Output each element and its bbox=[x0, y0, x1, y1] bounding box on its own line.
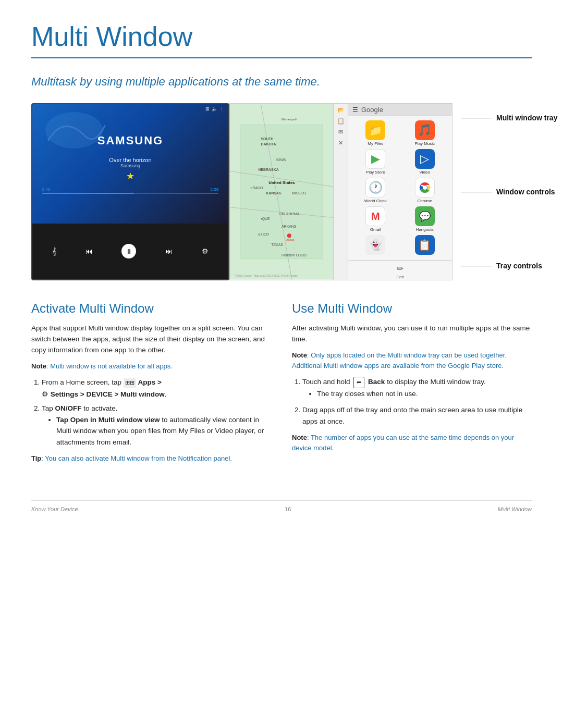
svg-text:rQUE: rQUE bbox=[261, 217, 270, 221]
footer-left: Know Your Device bbox=[31, 506, 78, 512]
tray-controls-label: Tray controls bbox=[496, 262, 542, 270]
activate-bullets: Tap Open in Multi window view to automat… bbox=[42, 414, 271, 448]
hangouts-icon: 💬 bbox=[415, 206, 435, 226]
use-title: Use Multi Window bbox=[292, 301, 532, 316]
tray-app-hangouts[interactable]: 💬 Hangouts bbox=[402, 206, 448, 232]
activate-step2: Tap ON/OFF to activate. Tap Open in Mult… bbox=[42, 403, 271, 448]
tray-bottom: ✏ Edit bbox=[348, 260, 452, 282]
svg-text:KANSAS: KANSAS bbox=[266, 191, 282, 195]
svg-text:DAKOTA: DAKOTA bbox=[261, 142, 276, 146]
back-bold: Back bbox=[368, 378, 385, 386]
tray-app-chrome[interactable]: Chrome bbox=[402, 178, 448, 203]
artist-name: Samsung bbox=[109, 163, 151, 168]
worldclock-label: World Clock bbox=[364, 199, 387, 203]
diagram-labels: Multi window tray Window controls Tray c… bbox=[452, 103, 557, 280]
use-step2: Drag apps off of the tray and onto the m… bbox=[302, 404, 532, 427]
hamburger-icon[interactable]: ☰ bbox=[352, 106, 358, 114]
use-step1-rest: to display the Multi window tray. bbox=[387, 378, 486, 386]
tray-icons-grid: 📁 My Files 🎵 Play Music ▶ Play Store ▷ V… bbox=[348, 116, 452, 260]
tray-app-video[interactable]: ▷ Video bbox=[402, 149, 448, 175]
tray-app-extra2[interactable]: 📋 bbox=[402, 235, 448, 256]
svg-text:Houston LOUIS: Houston LOUIS bbox=[282, 253, 307, 257]
share-icon[interactable]: ⚙ bbox=[202, 247, 209, 255]
worldclock-icon: 🕐 bbox=[365, 178, 385, 198]
apps-bold: Apps > bbox=[138, 378, 162, 386]
play-pause-button[interactable]: ⏸ bbox=[121, 244, 136, 258]
chrome-label: Chrome bbox=[418, 199, 432, 203]
next-button[interactable]: ⏭ bbox=[165, 247, 173, 255]
svg-text:NEBRASKA: NEBRASKA bbox=[258, 168, 278, 171]
use-para1: After activating Multi window, you can u… bbox=[292, 323, 532, 345]
tray-app-gmail[interactable]: M Gmail bbox=[352, 206, 399, 232]
tray-app-myfiles[interactable]: 📁 My Files bbox=[352, 120, 399, 146]
tray-top-bar: ☰ Google bbox=[348, 104, 452, 116]
tip-text: You can also activate Multi window from … bbox=[45, 454, 232, 462]
activate-steps: From a Home screen, tap ⊞⊞ Apps > ⚙ Sett… bbox=[31, 377, 271, 448]
page-title: Multi Window bbox=[31, 21, 532, 52]
myfiles-label: My Files bbox=[368, 141, 383, 146]
activate-note-text: Multi window is not available for all ap… bbox=[50, 362, 173, 370]
playlist-icon[interactable]: 𝄞 bbox=[52, 247, 56, 256]
playmusic-label: Play Music bbox=[414, 141, 435, 146]
tray-app-playmusic[interactable]: 🎵 Play Music bbox=[402, 120, 448, 146]
window-controls-label: Window controls bbox=[496, 188, 555, 196]
sidebar-ctrl-1[interactable]: 📂 bbox=[337, 107, 345, 114]
player-controls: 𝄞 ⏮ ⏸ ⏭ ⚙ bbox=[32, 224, 228, 280]
progress-area: 2:46 2:58 bbox=[42, 186, 218, 194]
samsung-logo: SAMSUNG bbox=[97, 134, 163, 147]
window-sidebar-controls: 📂 📋 ✉ ✕ bbox=[334, 103, 348, 280]
gmail-label: Gmail bbox=[370, 227, 381, 232]
music-info: Over the horizon Samsung ★ bbox=[109, 157, 151, 184]
content-columns: Activate Multi Window Apps that support … bbox=[31, 301, 532, 469]
svg-text:TEXAS: TEXAS bbox=[271, 243, 283, 246]
map-svg: SOUTH DAKOTA NEBRASKA IOWA oRADO KANSAS … bbox=[230, 104, 333, 280]
volume-icon: 🔈 bbox=[212, 106, 217, 112]
more-icon: ⋮ bbox=[219, 106, 224, 112]
tray-app-extra1[interactable]: 👻 bbox=[352, 235, 399, 256]
page-subtitle: Multitask by using multiple applications… bbox=[31, 73, 532, 91]
activate-step2-rest: to activate. bbox=[83, 404, 117, 412]
favorite-icon: ★ bbox=[109, 170, 151, 182]
use-bullets: The tray closes when not in use. bbox=[302, 388, 532, 400]
edit-icon[interactable]: ✏ bbox=[397, 264, 403, 274]
diagram-container: ⊞ 🔈 ⋮ SAMSUNG Over the horizon Samsung ★… bbox=[31, 103, 532, 280]
activate-note: Note: Multi window is not available for … bbox=[31, 361, 271, 372]
use-note-text: Only apps located on the Multi window tr… bbox=[292, 351, 507, 369]
sidebar-ctrl-3[interactable]: ✉ bbox=[338, 129, 343, 135]
multi-window-tray-label: Multi window tray bbox=[496, 114, 557, 122]
prev-button[interactable]: ⏮ bbox=[85, 247, 93, 255]
myfiles-icon: 📁 bbox=[365, 120, 385, 140]
bullet1-bold: Tap Open in Multi window view bbox=[56, 416, 160, 424]
title-divider bbox=[31, 57, 532, 58]
sidebar-ctrl-x[interactable]: ✕ bbox=[338, 140, 343, 146]
svg-text:Minneapoli: Minneapoli bbox=[282, 118, 297, 121]
multi-window-tray-label-item: Multi window tray bbox=[461, 114, 557, 122]
svg-text:MISSOU: MISSOU bbox=[292, 191, 306, 195]
footer-page-number: 16 bbox=[285, 506, 291, 512]
time-elapsed: 2:46 bbox=[42, 187, 51, 192]
back-arrow-icon: ⬅ bbox=[353, 377, 364, 388]
controls-row: 𝄞 ⏮ ⏸ ⏭ ⚙ bbox=[38, 244, 223, 258]
use-step1-text: Touch and hold bbox=[302, 378, 350, 386]
tip-label: Tip bbox=[31, 454, 41, 462]
activate-bullet1: Tap Open in Multi window view to automat… bbox=[56, 414, 271, 448]
label-line-1 bbox=[461, 118, 492, 118]
progress-bar-fill bbox=[42, 193, 134, 194]
sidebar-ctrl-2[interactable]: 📋 bbox=[337, 118, 345, 125]
tray-app-playstore[interactable]: ▶ Play Store bbox=[352, 149, 399, 175]
use-steps: Touch and hold ⬅ Back to display the Mul… bbox=[292, 376, 532, 427]
window-controls-label-item: Window controls bbox=[461, 188, 557, 196]
music-player-area: ⊞ 🔈 ⋮ SAMSUNG Over the horizon Samsung ★… bbox=[32, 104, 228, 223]
svg-text:©2013 Google - Map data ©2013 : ©2013 Google - Map data ©2013 TELE ATLAS… bbox=[235, 274, 298, 277]
svg-text:OKLAHOMA: OKLAHOMA bbox=[279, 212, 300, 216]
use-note: Note: Only apps located on the Multi win… bbox=[292, 350, 532, 371]
device-screenshot: ⊞ 🔈 ⋮ SAMSUNG Over the horizon Samsung ★… bbox=[31, 103, 229, 280]
label-line-3 bbox=[461, 266, 492, 266]
time-row: 2:46 2:58 bbox=[42, 187, 218, 192]
extra2-icon: 📋 bbox=[415, 235, 435, 255]
tray-app-worldclock[interactable]: 🕐 World Clock bbox=[352, 178, 399, 203]
svg-text:IOWA: IOWA bbox=[276, 158, 286, 162]
activate-note-label: Note bbox=[31, 362, 46, 370]
activate-title: Activate Multi Window bbox=[31, 301, 271, 316]
svg-point-20 bbox=[287, 233, 291, 238]
